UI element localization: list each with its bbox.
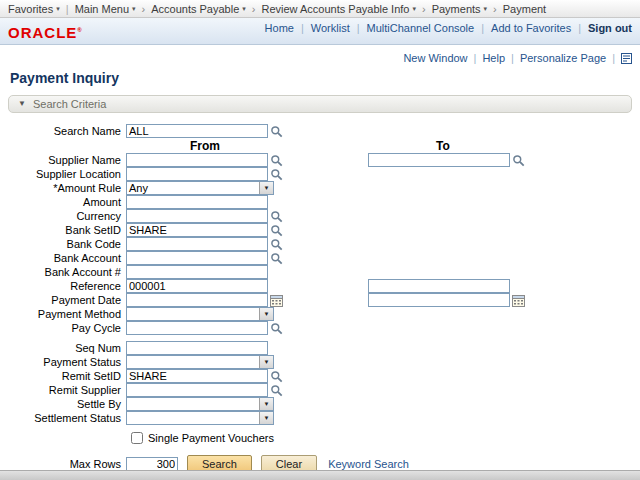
remit-supplier-input[interactable] [126, 383, 268, 397]
supplier-name-to-lookup-icon[interactable] [511, 153, 526, 167]
field-row-amount-rule: *Amount Rule Any ▼ [8, 181, 632, 195]
single-payment-vouchers-checkbox[interactable] [131, 432, 143, 444]
breadcrumb-separator-icon: › [493, 3, 497, 15]
breadcrumb-payment[interactable]: Payment [501, 3, 548, 15]
breadcrumb-separator-icon: › [422, 3, 426, 15]
pay-cycle-input[interactable] [126, 321, 268, 335]
chevron-down-icon: ▼ [259, 398, 273, 410]
settlement-status-select[interactable]: ▼ [126, 411, 274, 425]
payment-date-to-input[interactable] [368, 293, 510, 307]
from-column-header: From [130, 139, 280, 153]
search-criteria-section-header[interactable]: ▼ Search Criteria [8, 95, 632, 113]
payment-date-calendar-icon[interactable] [269, 293, 284, 307]
sign-out-link[interactable]: Sign out [588, 22, 632, 34]
payment-status-selected-value [127, 356, 259, 368]
amount-input[interactable] [126, 195, 268, 209]
breadcrumb-review-ap-info[interactable]: Review Accounts Payable Info ▾ [259, 3, 418, 15]
field-row-payment-date: Payment Date [8, 293, 632, 307]
app-header: ORACLE® Home | Worklist | MultiChannel C… [0, 18, 640, 45]
home-link[interactable]: Home [265, 22, 294, 34]
chevron-down-icon: ▼ [259, 412, 273, 424]
payment-date-to-group [368, 293, 526, 307]
supplier-name-to-input[interactable] [368, 153, 510, 167]
divider: | [474, 52, 477, 64]
breadcrumb-payments[interactable]: Payments ▾ [430, 3, 489, 15]
breadcrumb-accounts-payable[interactable]: Accounts Payable ▾ [149, 3, 248, 15]
payment-status-select[interactable]: ▼ [126, 355, 274, 369]
bank-code-input[interactable] [126, 237, 268, 251]
multichannel-console-link[interactable]: MultiChannel Console [367, 22, 475, 34]
remit-setid-label: Remit SetID [8, 370, 126, 382]
keyword-search-link[interactable]: Keyword Search [328, 458, 409, 470]
section-title: Search Criteria [33, 98, 106, 110]
settlement-status-label: Settlement Status [8, 412, 126, 424]
reference-from-input[interactable] [126, 279, 268, 293]
bank-account-lookup-icon[interactable] [269, 251, 284, 265]
field-row-remit-setid: Remit SetID [8, 369, 632, 383]
bank-account-input[interactable] [126, 251, 268, 265]
bottom-scrollbar-strip[interactable] [0, 470, 640, 480]
field-row-search-name: Search Name [8, 124, 632, 138]
amount-rule-select[interactable]: Any ▼ [126, 181, 274, 195]
payment-date-to-calendar-icon[interactable] [511, 293, 526, 307]
settle-by-select[interactable]: ▼ [126, 397, 274, 411]
breadcrumb-separator-icon: › [252, 3, 256, 15]
from-to-header-row: From To [8, 138, 632, 153]
bank-code-lookup-icon[interactable] [269, 237, 284, 251]
supplier-location-input[interactable] [126, 167, 268, 181]
remit-supplier-lookup-icon[interactable] [269, 383, 284, 397]
field-row-seq-num: Seq Num [8, 341, 632, 355]
remit-setid-input[interactable] [126, 369, 268, 383]
personalize-page-link[interactable]: Personalize Page [520, 52, 606, 64]
field-row-settlement-status: Settlement Status ▼ [8, 411, 632, 425]
page-grid-icon[interactable] [621, 53, 632, 64]
breadcrumb-label: Review Accounts Payable Info [261, 3, 409, 15]
bank-account-num-input[interactable] [126, 265, 268, 279]
breadcrumb-favorites[interactable]: Favorites ▾ [6, 3, 62, 15]
payment-date-from-input[interactable] [126, 293, 268, 307]
add-to-favorites-link[interactable]: Add to Favorites [491, 22, 571, 34]
oracle-logo-text: ORACLE [8, 24, 77, 41]
supplier-name-from-input[interactable] [126, 153, 268, 167]
field-row-pay-cycle: Pay Cycle [8, 321, 632, 335]
single-payment-vouchers-label: Single Payment Vouchers [148, 432, 274, 444]
breadcrumb-label: Payment [503, 3, 546, 15]
divider: | [511, 52, 514, 64]
supplier-location-lookup-icon[interactable] [269, 167, 284, 181]
page-content: New Window | Help | Personalize Page | P… [0, 45, 640, 474]
field-row-single-payment-vouchers: Single Payment Vouchers [8, 430, 632, 445]
divider: | [481, 22, 484, 34]
worklist-link[interactable]: Worklist [311, 22, 350, 34]
chevron-down-icon: ▾ [242, 5, 246, 12]
bank-setid-input[interactable] [126, 223, 268, 237]
seq-num-input[interactable] [126, 341, 268, 355]
payment-method-selected-value [127, 308, 259, 320]
field-row-bank-code: Bank Code [8, 237, 632, 251]
oracle-logo: ORACLE® [8, 24, 83, 41]
search-name-input[interactable] [126, 124, 268, 138]
divider: | [357, 22, 360, 34]
pay-cycle-lookup-icon[interactable] [269, 321, 284, 335]
reference-to-input[interactable] [368, 279, 510, 293]
currency-label: Currency [8, 210, 126, 222]
breadcrumb-main-menu[interactable]: Main Menu ▾ [73, 3, 138, 15]
currency-input[interactable] [126, 209, 268, 223]
new-window-link[interactable]: New Window [403, 52, 467, 64]
settle-by-selected-value [127, 398, 259, 410]
breadcrumb-label: Accounts Payable [151, 3, 239, 15]
help-link[interactable]: Help [482, 52, 505, 64]
remit-setid-lookup-icon[interactable] [269, 369, 284, 383]
seq-num-label: Seq Num [8, 342, 126, 354]
search-name-lookup-icon[interactable] [269, 124, 284, 138]
supplier-name-lookup-icon[interactable] [269, 153, 284, 167]
field-row-amount: Amount [8, 195, 632, 209]
amount-rule-label: *Amount Rule [8, 182, 126, 194]
currency-lookup-icon[interactable] [269, 209, 284, 223]
to-column-header: To [368, 139, 518, 153]
payment-method-select[interactable]: ▼ [126, 307, 274, 321]
bank-account-label: Bank Account [8, 252, 126, 264]
divider: | [66, 3, 69, 15]
max-rows-input[interactable] [126, 457, 178, 471]
field-row-remit-supplier: Remit Supplier [8, 383, 632, 397]
bank-setid-lookup-icon[interactable] [269, 223, 284, 237]
